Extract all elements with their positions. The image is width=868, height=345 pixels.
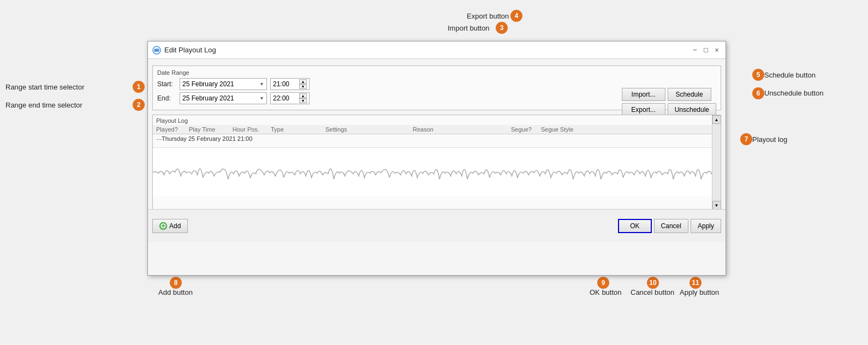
badge-6: 6 [752,87,764,99]
dialog-window: Edit Playout Log − □ × Date Range Start:… [147,41,726,276]
badge-4: 4 [510,10,522,22]
start-date-dropdown-icon: ▼ [259,81,264,87]
bottom-right-buttons: OK Cancel Apply [618,219,721,233]
date-range-label: Date Range [157,69,601,76]
col-segue: Segue? [511,126,541,133]
start-label: Start: [157,80,176,88]
waveform-svg [153,148,721,197]
col-hourpos: Hour Pos. [233,126,271,133]
dialog-titlebar: Edit Playout Log − □ × [148,41,726,59]
table-header: Played? Play Time Hour Pos. Type Setting… [153,125,721,134]
close-button[interactable]: × [712,46,721,55]
import-schedule-row: Import... Schedule [622,88,716,101]
maximize-button[interactable]: □ [701,46,710,55]
add-label: Add [169,222,181,230]
action-buttons-group: Import... Schedule Export... Unschedule [622,88,716,116]
scroll-down-arrow[interactable]: ▼ [712,201,721,210]
badge-1: 1 [133,81,145,93]
badge-9: 9 [597,277,609,289]
cancel-button[interactable]: Cancel [654,219,688,233]
badge-10: 10 [647,277,659,289]
playout-log-label: Playout log [752,135,787,144]
start-time-up[interactable]: ▲ [299,79,307,84]
col-reason: Reason [413,126,511,133]
schedule-button[interactable]: Schedule [668,88,711,101]
add-button-label: Add button [158,288,193,296]
bottom-panel: + Add OK Cancel Apply [148,209,726,242]
playout-scrollbar[interactable]: ▲ ▼ [712,115,721,210]
add-icon: + [159,222,167,230]
add-button[interactable]: + Add [152,219,188,233]
ok-button[interactable]: OK [618,219,651,233]
badge-11: 11 [689,277,701,289]
col-played: Played? [156,126,189,133]
end-time-spinners: ▲ ▼ [299,93,307,103]
start-date-row: Start: 25 February 2021 ▼ 21:00 ▲ ▼ [157,78,601,90]
schedule-label: Schedule button [764,71,816,79]
date-range-section: Date Range Start: 25 February 2021 ▼ 21:… [152,66,721,110]
minimize-button[interactable]: − [691,46,699,55]
waveform-area [153,147,721,197]
start-time-spinners: ▲ ▼ [299,79,307,89]
playout-log-section-title: Playout Log [153,115,721,125]
dialog-title: Edit Playout Log [164,46,216,54]
start-time-down[interactable]: ▼ [299,84,307,89]
end-time-down[interactable]: ▼ [299,98,307,103]
ok-button-label: OK button [590,288,622,296]
range-start-label: Range start time selector [5,83,85,91]
end-date-row: End: 25 February 2021 ▼ 22:00 ▲ ▼ [157,92,601,104]
cancel-button-label: Cancel button [631,288,674,296]
range-start-time-selector[interactable]: 21:00 ▲ ▼ [270,78,310,90]
titlebar-left: Edit Playout Log [152,46,216,55]
end-time-value: 22:00 [273,94,299,102]
export-label: Export button [467,12,509,20]
svg-point-1 [155,49,158,52]
start-date-value: 25 February 2021 [182,80,258,88]
playout-log-section: Playout Log Played? Play Time Hour Pos. … [152,115,721,210]
badge-5: 5 [752,69,764,81]
col-type: Type [271,126,325,133]
end-time-up[interactable]: ▲ [299,93,307,98]
end-label: End: [157,94,176,102]
scroll-up-arrow[interactable]: ▲ [712,115,721,124]
import-button[interactable]: Import... [622,88,665,101]
start-time-value: 21:00 [273,80,299,88]
col-seguestyle: Segue Style [541,126,717,133]
badge-7: 7 [740,133,752,145]
badge-8: 8 [170,277,182,289]
col-settings: Settings [325,126,413,133]
unschedule-label: Unschedule button [764,89,823,97]
col-playtime: Play Time [189,126,233,133]
range-start-date-selector[interactable]: 25 February 2021 ▼ [180,78,267,90]
entry-date: Thursday 25 February 2021 21:00 [162,135,252,142]
dialog-icon [152,46,161,55]
apply-button-label: Apply button [680,288,719,296]
range-end-label: Range end time selector [5,101,82,109]
titlebar-controls: − □ × [691,46,721,55]
range-end-date-selector[interactable]: 25 February 2021 ▼ [180,92,267,104]
table-row: — Thursday 25 February 2021 21:00 [153,134,721,143]
end-date-dropdown-icon: ▼ [259,96,264,101]
end-date-value: 25 February 2021 [182,94,258,102]
badge-3: 3 [496,22,508,34]
apply-button[interactable]: Apply [691,219,721,233]
range-end-time-selector[interactable]: 22:00 ▲ ▼ [270,92,310,104]
import-label: Import button [448,24,490,32]
badge-2: 2 [133,99,145,111]
